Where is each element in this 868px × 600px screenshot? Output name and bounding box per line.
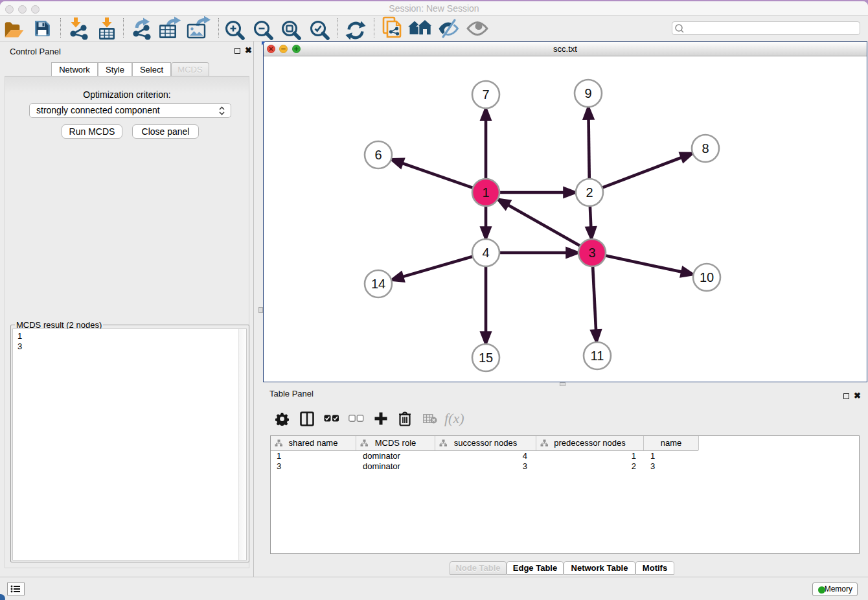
svg-text:2: 2 (586, 185, 593, 200)
svg-text:3: 3 (588, 246, 595, 260)
svg-text:1: 1 (482, 185, 489, 200)
svg-text:15: 15 (479, 351, 493, 365)
svg-text:9: 9 (584, 86, 591, 100)
svg-text:8: 8 (702, 141, 709, 156)
svg-text:10: 10 (700, 270, 714, 284)
svg-text:6: 6 (374, 148, 382, 162)
svg-text:14: 14 (371, 277, 385, 291)
svg-text:4: 4 (482, 246, 489, 260)
svg-text:7: 7 (482, 87, 489, 102)
svg-text:11: 11 (591, 349, 604, 363)
